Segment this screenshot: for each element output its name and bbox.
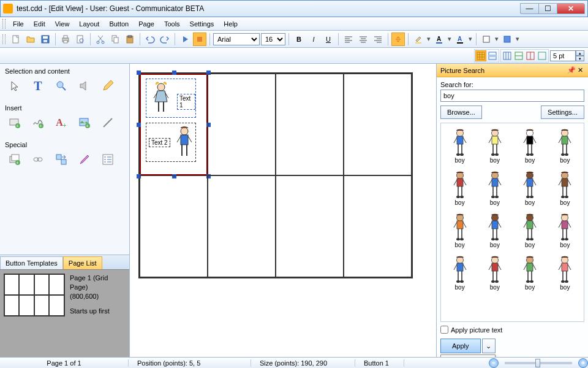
grid-cell-6[interactable] — [208, 175, 276, 277]
grid-style4-icon[interactable] — [537, 50, 548, 61]
canvas-area[interactable]: Text 1 Text 2 — [130, 64, 436, 357]
menu-file[interactable]: File — [8, 18, 29, 29]
close-button[interactable]: ✕ — [557, 3, 585, 14]
result-item[interactable]: boy — [549, 126, 581, 166]
undo-icon[interactable] — [143, 33, 157, 46]
text-tool-icon[interactable]: T — [28, 77, 48, 94]
pencil-tool-icon[interactable] — [98, 77, 118, 94]
bold-icon[interactable]: B — [292, 33, 306, 46]
result-item[interactable]: boy — [443, 253, 476, 293]
print-preview-icon[interactable] — [74, 33, 87, 46]
fill-color-icon[interactable] — [500, 33, 514, 46]
align-right-icon[interactable] — [371, 33, 385, 46]
grid-cell-1[interactable]: Text 1 Text 2 — [140, 74, 208, 175]
grid-spacing-input[interactable] — [550, 50, 576, 61]
maximize-button[interactable]: ☐ — [538, 3, 557, 14]
result-item[interactable]: boy — [478, 126, 511, 166]
menu-button[interactable]: Button — [104, 18, 134, 29]
zoom-in-button[interactable]: + — [578, 358, 588, 368]
align-left-icon[interactable] — [342, 33, 355, 46]
tab-page-list[interactable]: Page List — [63, 256, 102, 269]
grid-cell-3[interactable] — [276, 74, 344, 175]
insert-freeform-icon[interactable]: + — [28, 114, 48, 131]
dropdown-arrow-icon[interactable]: ▾ — [494, 35, 499, 43]
page-thumbnail[interactable] — [4, 274, 65, 316]
cut-icon[interactable] — [94, 33, 107, 46]
zoom-out-button[interactable]: − — [489, 358, 499, 368]
paste-icon[interactable] — [123, 33, 137, 46]
spinner-down-icon[interactable]: ▾ — [576, 56, 584, 61]
close-panel-icon[interactable]: ✕ — [576, 66, 584, 74]
new-file-icon[interactable] — [9, 33, 23, 46]
color-picker-icon[interactable] — [75, 151, 94, 168]
font-color-icon[interactable]: A — [432, 33, 446, 46]
search-input[interactable] — [440, 90, 584, 102]
results-list[interactable]: boy boy boy boy boy boy — [440, 123, 584, 322]
dropdown-arrow-icon[interactable]: ▾ — [468, 35, 473, 43]
text-color-icon[interactable]: A — [453, 33, 467, 46]
settings-button[interactable]: Settings... — [541, 105, 584, 119]
menu-help[interactable]: Help — [219, 18, 243, 29]
open-file-icon[interactable] — [24, 33, 37, 46]
cell-text-1[interactable]: Text 1 — [177, 94, 195, 110]
italic-icon[interactable]: I — [307, 33, 320, 46]
spinner-up-icon[interactable]: ▴ — [576, 50, 584, 56]
zoom-slider[interactable] — [505, 362, 572, 364]
grid-style1-icon[interactable] — [502, 50, 513, 61]
tab-button-templates[interactable]: Button Templates — [0, 256, 63, 269]
valign-middle-icon[interactable] — [391, 33, 405, 46]
grid-cell-8[interactable] — [344, 175, 412, 277]
grid-style3-icon[interactable] — [525, 50, 536, 61]
font-family-select[interactable]: Arial — [213, 33, 260, 45]
align-center-icon[interactable] — [356, 33, 370, 46]
cell-text-2[interactable]: Text 2 — [149, 138, 170, 147]
grid-cell-4[interactable] — [344, 74, 412, 175]
print-icon[interactable] — [59, 33, 72, 46]
toolbar-grip[interactable] — [2, 19, 6, 29]
pointer-tool-icon[interactable] — [5, 77, 24, 94]
dropdown-arrow-icon[interactable]: ▾ — [426, 35, 431, 43]
result-item[interactable]: boy — [478, 168, 511, 208]
result-item[interactable]: boy — [443, 168, 476, 208]
grid-spacing-spinner[interactable]: ▴▾ — [550, 50, 584, 61]
toolbar-grip[interactable] — [2, 34, 6, 44]
result-item[interactable]: boy — [443, 126, 476, 166]
result-item[interactable]: boy — [549, 253, 581, 293]
grid-cell-7[interactable] — [276, 175, 344, 277]
result-item[interactable]: boy — [478, 210, 511, 250]
grid-all-icon[interactable] — [475, 50, 486, 61]
copy-icon[interactable] — [108, 33, 122, 46]
result-item[interactable]: boy — [549, 210, 581, 250]
insert-image-icon[interactable]: + — [75, 114, 94, 131]
result-item[interactable]: boy — [443, 210, 476, 250]
grid-style2-icon[interactable] — [513, 50, 524, 61]
border-color-icon[interactable] — [480, 33, 493, 46]
insert-button-icon[interactable]: + — [5, 114, 24, 131]
browse-button[interactable]: Browse... — [440, 105, 482, 119]
underline-icon[interactable]: U — [322, 33, 335, 46]
special-layer-icon[interactable]: + — [5, 151, 24, 168]
sound-tool-icon[interactable] — [75, 77, 94, 94]
redo-icon[interactable] — [158, 33, 172, 46]
grid-cell-2[interactable] — [208, 74, 276, 175]
apply-picture-text-checkbox[interactable]: Apply picture text — [440, 326, 584, 334]
menu-page[interactable]: Page — [134, 18, 159, 29]
zoom-tool-icon[interactable] — [51, 77, 71, 94]
apply-dropdown-button[interactable]: ⌄ — [482, 339, 496, 353]
special-link-icon[interactable] — [28, 151, 48, 168]
font-size-select[interactable]: 16 — [261, 33, 285, 45]
dropdown-arrow-icon[interactable]: ▾ — [515, 35, 520, 43]
result-item[interactable]: boy — [514, 253, 546, 293]
minimize-button[interactable]: — — [520, 3, 538, 14]
menu-layout[interactable]: Layout — [74, 18, 104, 29]
apply-button[interactable]: Apply — [440, 339, 481, 353]
stop-icon[interactable] — [193, 33, 206, 46]
menu-tools[interactable]: Tools — [159, 18, 185, 29]
result-item[interactable]: boy — [514, 210, 546, 250]
special-action-icon[interactable] — [51, 151, 71, 168]
save-icon[interactable] — [39, 33, 52, 46]
result-item[interactable]: boy — [514, 126, 546, 166]
result-item[interactable]: boy — [549, 168, 581, 208]
pin-icon[interactable]: 📌 — [567, 66, 576, 74]
highlight-color-icon[interactable] — [412, 33, 425, 46]
